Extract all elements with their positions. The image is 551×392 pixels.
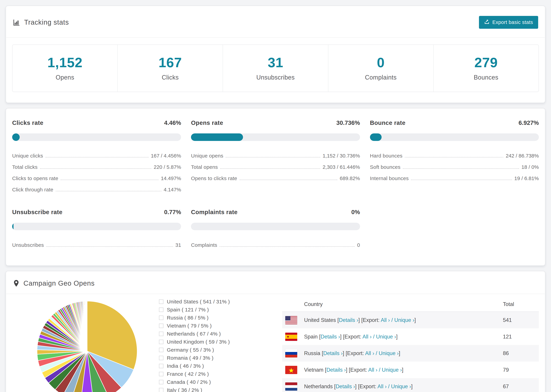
legend-label: Russia ( 86 / 5% ) [167,315,209,321]
legend-item[interactable]: Russia ( 86 / 5% ) [159,315,248,321]
country-name: Spain [304,334,318,340]
details-link[interactable]: Details › [326,367,346,373]
dotted-leader [46,246,173,247]
geo-table-header: Country Total [282,297,539,312]
legend-item[interactable]: Spain ( 121 / 7% ) [159,307,248,313]
export-unique-link[interactable]: Unique › [391,384,411,389]
rate-row-value: 2,303 / 61.446% [323,164,360,170]
export-all-link[interactable]: All › [368,367,377,373]
rate-section: Unsubscribe rate 0.77% Unsubscribes 31 [12,209,181,249]
export-unique-link[interactable]: Unique › [379,350,399,356]
flag-us-icon [285,316,297,324]
legend-item[interactable]: Vietnam ( 79 / 5% ) [159,323,248,329]
export-unique-link[interactable]: Unique › [382,367,402,373]
export-all-link[interactable]: All › [365,350,374,356]
rate-row: Total opens 2,303 / 61.446% [191,160,360,171]
progress-bar [191,133,360,141]
legend-item[interactable]: Netherlands ( 67 / 4% ) [159,331,248,337]
details-link[interactable]: Details › [336,384,355,389]
rate-rows: Hard bounces 242 / 86.738% Soft bounces … [370,148,539,182]
rate-row-label: Total opens [191,164,218,170]
rate-row: Opens to clicks rate 689.82% [191,171,360,182]
rate-row-value: 31 [175,242,181,248]
legend-item[interactable]: France ( 42 / 2% ) [159,371,248,377]
rate-row-value: 1,152 / 30.736% [323,153,360,159]
country-total: 541 [503,317,539,323]
export-basic-stats-button[interactable]: Export basic stats [479,16,538,29]
dotted-leader [403,168,519,169]
country-total: 121 [503,334,539,340]
stat-label: Opens [13,74,117,81]
legend-item[interactable]: United Kingdom ( 59 / 3% ) [159,339,248,345]
legend-item[interactable]: United States ( 541 / 31% ) [159,299,248,305]
export-label: Export: [345,334,361,340]
tracking-stats-header: Tracking stats Export basic stats [6,6,545,37]
export-unique-link[interactable]: Unique › [376,334,396,340]
rate-value: 30.736% [336,119,360,126]
country-name: Vietnam [304,367,323,373]
rate-row-label: Unsubscribes [12,242,44,248]
country-name: Russia [304,350,320,356]
flag-ru-icon [285,349,297,357]
flag-nl-icon [285,382,297,391]
geo-pie-chart[interactable] [34,298,140,392]
legend-swatch-border [159,372,163,376]
export-all-link[interactable]: All › [377,384,387,389]
details-link[interactable]: Details › [321,334,340,340]
stat-label: Complaints [328,74,433,81]
details-link[interactable]: Details › [339,317,358,323]
geo-table: Country Total United States [Details ›] … [282,297,539,392]
rate-row: Click through rate 4.147% [12,182,181,194]
legend-swatch-border [159,340,163,344]
legend-item[interactable]: Romania ( 49 / 3% ) [159,355,248,361]
geo-opens-title: Campaign Geo Opens [13,280,95,287]
stat-value: 279 [434,55,538,70]
progress-fill [370,133,381,141]
details-link[interactable]: Details › [323,350,343,356]
tracking-stats-title-text: Tracking stats [24,19,69,26]
rates-card: Clicks rate 4.46% Unique clicks 167 / 4.… [6,108,545,266]
rate-row-label: Complaints [191,242,217,248]
rate-row: Total clicks 220 / 5.87% [12,160,181,171]
export-all-link[interactable]: All › [381,317,390,323]
rate-row-label: Unique clicks [12,153,43,159]
rate-section: Complaints rate 0% Complaints 0 [191,209,360,249]
geo-legend: United States ( 541 / 31% ) Spain ( 121 … [159,299,248,392]
rate-row-label: Hard bounces [370,153,403,159]
export-label: Export: [350,367,367,373]
rate-title: Opens rate [191,119,223,126]
rate-row-label: Click through rate [12,187,53,193]
dotted-leader [61,180,158,180]
geo-opens-card: Campaign Geo Opens United States ( 541 /… [6,271,545,392]
progress-fill [12,223,14,230]
legend-item[interactable]: Italy ( 36 / 2% ) [159,387,248,392]
map-pin-icon [13,280,20,287]
dotted-leader [46,157,148,158]
legend-item[interactable]: Canada ( 40 / 2% ) [159,379,248,385]
progress-bar [370,133,539,141]
rate-row-value: 167 / 4.456% [151,153,181,159]
rate-row-label: Total clicks [12,164,38,170]
legend-item[interactable]: Germany ( 55 / 3% ) [159,347,248,353]
rate-row: Internal bounces 19 / 6.81% [370,171,539,182]
stat-value: 0 [328,55,433,70]
legend-swatch-border [159,332,163,336]
country-total: 67 [503,384,539,390]
legend-label: Germany ( 55 / 3% ) [167,347,214,353]
legend-item[interactable]: India ( 46 / 3% ) [159,363,248,369]
dotted-leader [226,157,320,158]
geo-table-row: Spain [Details ›] [Export: All › / Uniqu… [282,328,539,345]
rate-section: Clicks rate 4.46% Unique clicks 167 / 4.… [12,119,181,194]
export-unique-link[interactable]: Unique › [394,317,414,323]
country-total: 86 [503,350,539,357]
legend-swatch-border [159,324,163,328]
legend-label: India ( 46 / 3% ) [167,363,204,369]
geo-table-header-country: Country [282,301,503,307]
rate-row: Unique clicks 167 / 4.456% [12,148,181,160]
dotted-leader [219,246,355,247]
rate-row: Hard bounces 242 / 86.738% [370,148,539,160]
rate-row: Unsubscribes 31 [12,238,181,249]
rates-grid: Clicks rate 4.46% Unique clicks 167 / 4.… [12,119,539,249]
export-label: Export: [360,384,376,389]
export-all-link[interactable]: All › [362,334,372,340]
